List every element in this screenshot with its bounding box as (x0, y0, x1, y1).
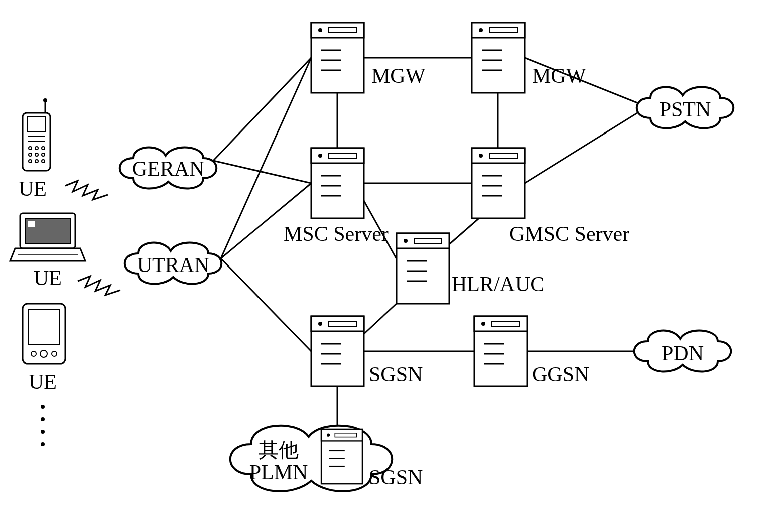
svg-line-8 (213, 161, 311, 183)
server-icon (472, 23, 525, 93)
pstn-label: PSTN (660, 98, 711, 121)
ue-label: UE (34, 267, 62, 290)
svg-rect-41 (28, 221, 35, 227)
laptop-icon (10, 213, 85, 261)
server-icon (397, 233, 449, 304)
server-icon (311, 316, 364, 386)
svg-point-38 (43, 98, 47, 102)
server-icon (311, 148, 364, 218)
geran-label: GERAN (132, 157, 205, 180)
server-icon (474, 316, 527, 386)
sgsn2-label: SGSN (369, 466, 423, 489)
sgsn-label: SGSN (369, 363, 423, 386)
msc-label: MSC Server (284, 222, 389, 245)
ggsn-label: GGSN (532, 363, 589, 386)
hlr-label: HLR/AUC (452, 273, 544, 296)
svg-line-7 (213, 58, 311, 161)
svg-line-17 (525, 113, 637, 183)
svg-line-20 (361, 301, 399, 336)
utran-label: UTRAN (137, 253, 210, 277)
ellipsis-icon (41, 405, 45, 446)
svg-point-50 (41, 430, 45, 434)
mgw-label: MGW (532, 64, 586, 87)
geran-cloud: GERAN (120, 148, 217, 189)
server-icon (311, 23, 364, 93)
pdn-cloud: PDN (634, 331, 731, 372)
svg-point-49 (41, 417, 45, 421)
radio-link-icon (65, 181, 108, 200)
pda-icon (23, 304, 65, 364)
svg-rect-44 (29, 310, 59, 345)
ue-label: UE (19, 177, 47, 200)
server-icon (321, 429, 362, 484)
gmsc-label: GMSC Server (509, 222, 629, 245)
server-icon (472, 148, 525, 218)
utran-cloud: UTRAN (125, 243, 222, 284)
radio-link-icon (78, 276, 120, 295)
plmn-other-label: 其他 (259, 439, 299, 461)
network-topology-diagram: UE UE UE GERAN UTRAN MGW MGW MSC Server … (0, 0, 773, 532)
mgw-label: MGW (371, 64, 426, 87)
svg-point-51 (41, 442, 45, 446)
mobile-phone-icon (23, 98, 50, 171)
plmn-label: PLMN (249, 461, 308, 484)
plmn-cloud: 其他 PLMN (230, 426, 393, 491)
svg-line-11 (221, 258, 311, 351)
ue-label: UE (29, 370, 57, 393)
pdn-label: PDN (662, 342, 704, 365)
svg-rect-25 (28, 117, 45, 132)
svg-point-48 (41, 405, 45, 409)
svg-line-10 (221, 183, 311, 258)
pstn-cloud: PSTN (637, 87, 734, 128)
